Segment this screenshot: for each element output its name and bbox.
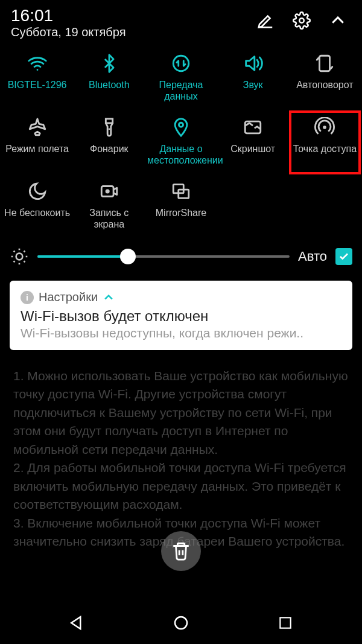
qs-tile-auto-rotate[interactable]: Автоповорот — [289, 46, 361, 110]
brightness-slider[interactable] — [37, 246, 290, 267]
qs-tile-flashlight[interactable]: Фонарик — [73, 110, 145, 174]
collapse-chevron-icon[interactable] — [328, 11, 348, 30]
status-time: 16:01 — [11, 6, 256, 25]
mirror-share-icon — [170, 180, 192, 202]
trash-icon — [171, 541, 191, 561]
notification-app-name: Настройки — [39, 290, 98, 304]
clear-notifications-button[interactable] — [161, 531, 201, 571]
back-button[interactable] — [65, 611, 89, 635]
settings-gear-icon[interactable] — [292, 11, 311, 30]
notification-card[interactable]: i Настройки Wi-Fi-вызов будет отключен W… — [10, 281, 352, 350]
qs-tile-dnd[interactable]: Не беспокоить — [1, 174, 73, 238]
home-button[interactable] — [169, 611, 193, 635]
dnd-icon — [27, 180, 48, 202]
navigation-bar — [0, 602, 362, 644]
svg-point-1 — [16, 253, 23, 260]
status-date: Суббота, 19 октября — [11, 25, 256, 39]
quick-settings-grid: BIGTEL-1296BluetoothПередача данныхЗвукА… — [0, 43, 362, 241]
notification-title: Wi-Fi-вызов будет отключен — [21, 308, 341, 325]
data-transfer-icon — [170, 53, 192, 74]
auto-brightness-label: Авто — [298, 249, 327, 264]
airplane-icon — [27, 116, 48, 138]
qs-tile-label: MirrorShare — [156, 207, 206, 218]
sound-icon — [242, 53, 264, 74]
auto-rotate-icon — [314, 53, 335, 74]
bluetooth-icon — [98, 53, 120, 74]
qs-tile-label: Точка доступа — [293, 143, 357, 155]
qs-tile-label: BIGTEL-1296 — [8, 79, 67, 91]
qs-tile-label: Передача данных — [147, 79, 215, 102]
svg-point-2 — [175, 617, 187, 629]
location-icon — [170, 116, 192, 138]
screenshot-icon — [242, 116, 264, 138]
qs-tile-location[interactable]: Данные о местоположении — [145, 110, 217, 174]
qs-tile-screen-record[interactable]: Запись с экрана — [73, 174, 145, 238]
qs-tile-label: Bluetooth — [89, 79, 130, 91]
svg-point-0 — [299, 18, 304, 23]
qs-tile-label: Скриншот — [230, 143, 275, 155]
qs-tile-label: Фонарик — [90, 143, 129, 155]
qs-tile-data-transfer[interactable]: Передача данных — [145, 46, 217, 110]
flashlight-icon — [98, 116, 120, 138]
qs-tile-sound[interactable]: Звук — [217, 46, 289, 110]
edit-icon[interactable] — [256, 11, 275, 30]
svg-rect-3 — [281, 617, 291, 628]
screen-record-icon — [98, 180, 120, 202]
qs-tile-mirror-share[interactable]: MirrorShare — [145, 174, 217, 238]
background-help-text: 1. Можно использовать Ваше устройство ка… — [0, 359, 362, 550]
qs-tile-label: Данные о местоположении — [147, 143, 215, 166]
qs-tile-label: Автоповорот — [296, 79, 353, 91]
info-icon: i — [21, 291, 34, 304]
brightness-row: Авто — [0, 241, 362, 276]
brightness-icon — [10, 247, 29, 266]
notification-body: Wi-Fi-вызовы недоступны, когда включен р… — [21, 326, 341, 340]
qs-tile-wifi[interactable]: BIGTEL-1296 — [1, 46, 73, 110]
recent-apps-button[interactable] — [273, 611, 297, 635]
qs-tile-label: Запись с экрана — [75, 207, 143, 230]
collapse-chevron-icon[interactable] — [103, 292, 115, 304]
wifi-icon — [27, 53, 48, 74]
qs-tile-screenshot[interactable]: Скриншот — [217, 110, 289, 174]
qs-tile-airplane[interactable]: Режим полета — [1, 110, 73, 174]
qs-tile-bluetooth[interactable]: Bluetooth — [73, 46, 145, 110]
qs-tile-hotspot[interactable]: Точка доступа — [289, 110, 361, 174]
qs-tile-label: Не беспокоить — [4, 207, 70, 218]
qs-tile-label: Режим полета — [5, 143, 69, 155]
auto-brightness-checkbox[interactable] — [335, 248, 352, 265]
hotspot-icon — [314, 116, 335, 138]
qs-tile-label: Звук — [243, 79, 263, 91]
